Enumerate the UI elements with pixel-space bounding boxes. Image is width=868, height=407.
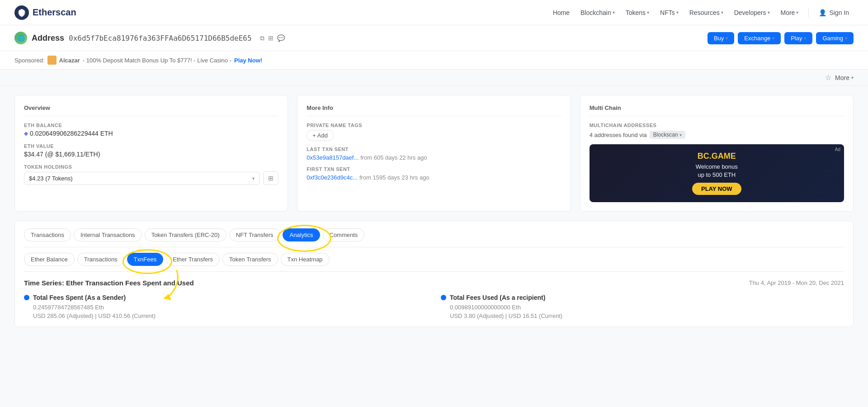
- tab-analytics[interactable]: Analytics: [283, 228, 320, 241]
- txnfees-tab-wrapper: TxnFees: [127, 253, 164, 266]
- more-info-title: More Info: [307, 104, 561, 116]
- eth-diamond-icon: ◆: [24, 130, 28, 137]
- developers-chevron: ▾: [768, 10, 770, 15]
- sponsor-logo: [47, 56, 57, 65]
- address-label: Address: [32, 33, 64, 43]
- buy-button[interactable]: Buy ▾: [708, 32, 734, 44]
- more-dropdown-chevron: ▾: [851, 75, 854, 80]
- brand-icon: [14, 5, 29, 20]
- nav-tokens[interactable]: Tokens ▾: [621, 6, 654, 19]
- token-select-dropdown[interactable]: $4.23 (7 Tokens) ▾: [24, 172, 259, 185]
- tab-nft-transfers[interactable]: NFT Transfers: [229, 228, 280, 241]
- sender-usd: USD 285.06 (Adjusted) | USD 410.56 (Curr…: [33, 312, 427, 319]
- address-hash[interactable]: 0x6d5f7bEca81976fa363FFAa6D65171D66B5deE…: [69, 34, 252, 43]
- sub-tab-transactions[interactable]: Transactions: [77, 253, 124, 266]
- resources-chevron: ▾: [721, 10, 723, 15]
- buy-chevron: ▾: [726, 36, 728, 41]
- sub-tab-txnfees[interactable]: TxnFees: [127, 253, 164, 266]
- private-tags-label: PRIVATE NAME TAGS: [307, 123, 561, 128]
- sender-label: Total Fees Spent (As a Sender): [33, 294, 126, 301]
- eth-value-label: ETH VALUE: [24, 143, 278, 149]
- sub-tab-ether-transfers[interactable]: Ether Transfers: [166, 253, 220, 266]
- cards-row: Overview ETH BALANCE ◆ 0.020649906286229…: [14, 95, 854, 212]
- private-tags-field: PRIVATE NAME TAGS + Add: [307, 123, 561, 141]
- sender-dot: [24, 295, 29, 300]
- nav-resources[interactable]: Resources ▾: [685, 6, 728, 19]
- gaming-chevron: ▾: [845, 36, 847, 41]
- blockscan-chevron: ▾: [679, 133, 682, 137]
- tabs-section: Transactions Internal Transactions Token…: [14, 221, 854, 327]
- nav-home[interactable]: Home: [548, 6, 574, 19]
- blockscan-badge[interactable]: Blockscan ▾: [650, 131, 685, 139]
- stats-grid: Total Fees Spent (As a Sender) 0.2459778…: [24, 294, 844, 319]
- sponsor-name: Alcazar: [59, 57, 80, 64]
- tokens-chevron: ▾: [647, 10, 649, 15]
- exchange-chevron: ▾: [772, 36, 774, 41]
- address-left: 🌐 Address 0x6d5f7bEca81976fa363FFAa6D651…: [14, 32, 285, 44]
- token-grid-button[interactable]: ⊞: [263, 171, 278, 185]
- sender-stats: Total Fees Spent (As a Sender) 0.2459778…: [24, 294, 427, 319]
- first-txn-hash[interactable]: 0xf3c0e236d9c4c...: [307, 174, 358, 181]
- ad-banner: Ad BC.GAME Welcome bonusup to 500 ETH PL…: [590, 144, 844, 202]
- more-dropdown[interactable]: More ▾: [835, 74, 854, 81]
- tab-transactions[interactable]: Transactions: [24, 228, 71, 241]
- multichain-addresses-label: MULTICHAIN ADDRESSES: [590, 123, 844, 128]
- sponsor-cta[interactable]: Play Now!: [234, 57, 262, 64]
- exchange-button[interactable]: Exchange ▾: [738, 32, 781, 44]
- main-tabs-row: Transactions Internal Transactions Token…: [24, 228, 844, 247]
- brand-logo[interactable]: Etherscan: [14, 5, 76, 20]
- bc-game-logo: BC.GAME: [698, 151, 736, 161]
- eth-balance-value: ◆ 0.020649906286229444 ETH: [24, 130, 278, 137]
- eth-balance-field: ETH BALANCE ◆ 0.020649906286229444 ETH: [24, 123, 278, 137]
- sub-tab-ether-balance[interactable]: Ether Balance: [24, 253, 75, 266]
- nav-developers[interactable]: Developers ▾: [730, 6, 774, 19]
- last-txn-field: LAST TXN SENT 0x53e9a8157daef... from 60…: [307, 147, 561, 161]
- nav-more[interactable]: More ▾: [776, 6, 803, 19]
- multi-chain-card: Multi Chain MULTICHAIN ADDRESSES 4 addre…: [580, 95, 854, 212]
- blockchain-chevron: ▾: [613, 10, 615, 15]
- recipient-stat-header: Total Fees Used (As a recipient): [441, 294, 844, 301]
- token-holdings-label: TOKEN HOLDINGS: [24, 164, 278, 170]
- nfts-chevron: ▾: [676, 10, 679, 15]
- first-txn-time: from 1595 days 23 hrs ago: [359, 174, 429, 181]
- sign-in-button[interactable]: 👤 Sign In: [814, 6, 854, 19]
- brand-name: Etherscan: [33, 7, 76, 18]
- sponsored-label: Sponsored:: [14, 57, 45, 64]
- eth-balance-label: ETH BALANCE: [24, 123, 278, 128]
- recipient-usd: USD 3.80 (Adjusted) | USD 16.51 (Current…: [450, 312, 844, 319]
- sub-tab-txn-heatmap[interactable]: Txn Heatmap: [281, 253, 330, 266]
- first-txn-label: FIRST TXN SENT: [307, 166, 561, 172]
- multi-chain-title: Multi Chain: [590, 104, 844, 116]
- address-bar: 🌐 Address 0x6d5f7bEca81976fa363FFAa6D651…: [0, 25, 868, 51]
- gaming-button[interactable]: Gaming ▾: [816, 32, 854, 44]
- user-icon: 👤: [819, 9, 826, 16]
- tab-token-transfers[interactable]: Token Transfers (ERC-20): [145, 228, 226, 241]
- play-chevron: ▾: [804, 36, 806, 41]
- recipient-stats: Total Fees Used (As a recipient) 0.00989…: [441, 294, 844, 319]
- recipient-dot: [441, 295, 446, 300]
- copy-icon[interactable]: ⧉: [260, 34, 264, 42]
- tab-internal-transactions[interactable]: Internal Transactions: [74, 228, 142, 241]
- qr-icon[interactable]: ⊞: [268, 34, 274, 42]
- more-bar: ☆ More ▾: [0, 70, 868, 86]
- main-content: Overview ETH BALANCE ◆ 0.020649906286229…: [0, 86, 868, 336]
- ad-label: Ad: [835, 147, 840, 152]
- nav-links: Home Blockchain ▾ Tokens ▾ NFTs ▾ Resour…: [548, 6, 854, 19]
- chat-icon[interactable]: 💬: [277, 34, 285, 42]
- eth-value-value: $34.47 (@ $1,669.11/ETH): [24, 151, 278, 158]
- first-txn-field: FIRST TXN SENT 0xf3c0e236d9c4c... from 1…: [307, 166, 561, 181]
- tab-comments[interactable]: Comments: [323, 228, 365, 241]
- sub-tabs-row: Ether Balance Transactions TxnFees Ether…: [24, 253, 844, 272]
- analytics-header: Time Series: Ether Transaction Fees Spen…: [24, 279, 844, 287]
- nav-divider: [808, 8, 809, 17]
- bc-play-button[interactable]: PLAY NOW: [692, 183, 741, 195]
- nav-blockchain[interactable]: Blockchain ▾: [576, 6, 619, 19]
- add-tag-button[interactable]: + Add: [307, 130, 334, 141]
- address-identicon: 🌐: [14, 32, 27, 44]
- star-button[interactable]: ☆: [825, 73, 831, 82]
- sub-tab-token-transfers[interactable]: Token Transfers: [222, 253, 278, 266]
- play-button[interactable]: Play ▾: [784, 32, 812, 44]
- analytics-title: Time Series: Ether Transaction Fees Spen…: [24, 279, 194, 287]
- last-txn-hash[interactable]: 0x53e9a8157daef...: [307, 154, 359, 161]
- nav-nfts[interactable]: NFTs ▾: [656, 6, 683, 19]
